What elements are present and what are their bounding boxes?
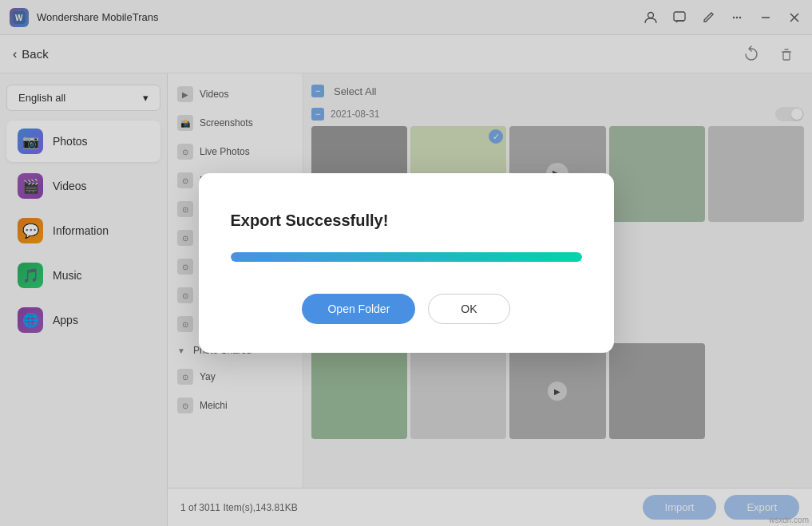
progress-bar-fill [231, 252, 582, 262]
dialog-title: Export Successfully! [231, 212, 582, 230]
modal-overlay: Export Successfully! Open Folder OK [0, 0, 812, 526]
export-dialog: Export Successfully! Open Folder OK [199, 173, 614, 353]
ok-button[interactable]: OK [428, 294, 509, 324]
dialog-buttons: Open Folder OK [231, 294, 582, 324]
open-folder-button[interactable]: Open Folder [302, 294, 415, 324]
progress-bar-container [231, 252, 582, 262]
